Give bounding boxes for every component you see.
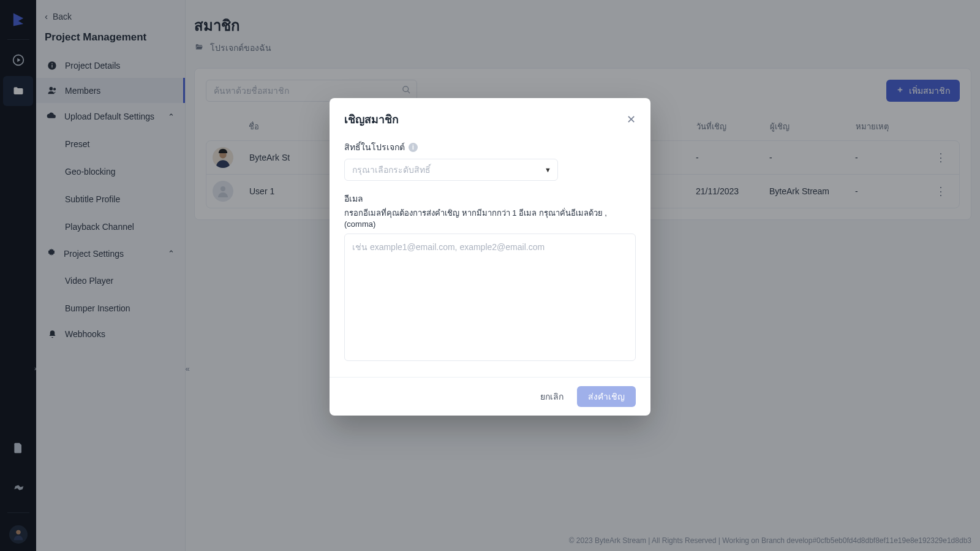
modal-body: สิทธิ์ในโปรเจกต์ i กรุณาเลือกระดับสิทธิ์… <box>330 137 650 377</box>
info-icon[interactable]: i <box>409 143 418 152</box>
modal-header: เชิญสมาชิก ✕ <box>330 98 650 137</box>
send-invite-button[interactable]: ส่งคำเชิญ <box>577 386 636 407</box>
select-placeholder: กรุณาเลือกระดับสิทธิ์ <box>352 163 431 177</box>
cancel-button[interactable]: ยกเลิก <box>534 386 570 407</box>
email-textarea[interactable] <box>344 234 636 361</box>
email-label: อีเมล <box>344 192 636 205</box>
modal-footer: ยกเลิก ส่งคำเชิญ <box>330 377 650 416</box>
modal-overlay[interactable]: เชิญสมาชิก ✕ สิทธิ์ในโปรเจกต์ i กรุณาเลื… <box>0 0 980 551</box>
permission-label: สิทธิ์ในโปรเจกต์ i <box>344 140 636 154</box>
permission-select[interactable]: กรุณาเลือกระดับสิทธิ์ ▼ <box>344 159 558 181</box>
modal-title: เชิญสมาชิก <box>344 110 399 128</box>
close-icon[interactable]: ✕ <box>627 113 636 126</box>
email-hint: กรอกอีเมลที่คุณต้องการส่งคำเชิญ หากมีมาก… <box>344 207 636 229</box>
caret-down-icon: ▼ <box>545 166 551 173</box>
invite-modal: เชิญสมาชิก ✕ สิทธิ์ในโปรเจกต์ i กรุณาเลื… <box>330 98 650 416</box>
